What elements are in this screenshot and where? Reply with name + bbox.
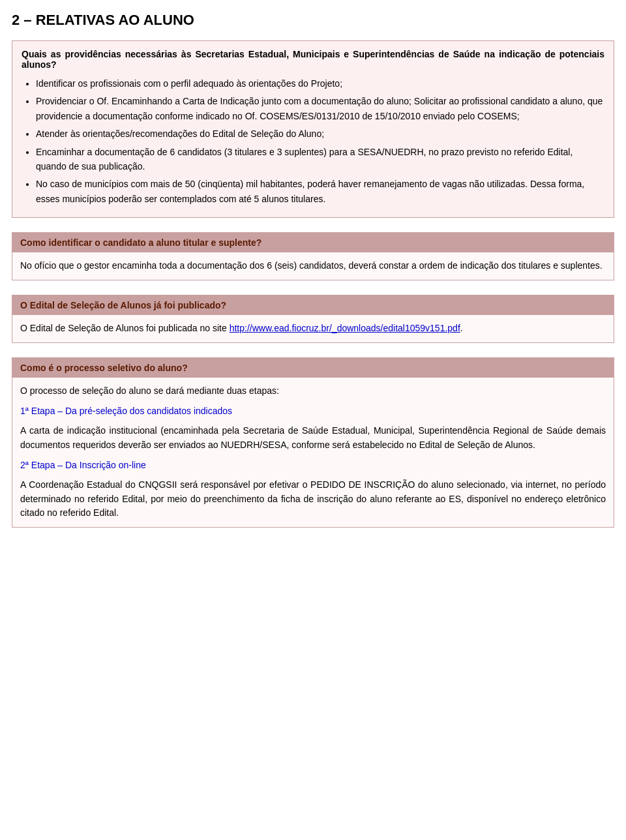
section-3-answer: O processo de seleção do aluno se dará m… xyxy=(12,378,614,528)
list-item: Providenciar o Of. Encaminhando a Carta … xyxy=(36,94,604,123)
section-3-question: Como é o processo seletivo do aluno? xyxy=(12,358,614,378)
section-2-answer: O Edital de Seleção de Alunos foi public… xyxy=(12,315,614,342)
section-1-block: Como identificar o candidato a aluno tit… xyxy=(12,232,614,280)
section-3-stage1-text: A carta de indicação institucional (enca… xyxy=(20,424,606,452)
list-item: Encaminhar a documentação de 6 candidato… xyxy=(36,145,604,174)
list-item: No caso de municípios com mais de 50 (ci… xyxy=(36,177,604,206)
section-1-question: Como identificar o candidato a aluno tit… xyxy=(12,233,614,252)
section-2-answer-suffix: . xyxy=(460,323,463,333)
section-3-stage2-heading: 2ª Etapa – Da Inscrição on-line xyxy=(20,458,606,473)
section-2-link[interactable]: http://www.ead.fiocruz.br/_downloads/edi… xyxy=(230,323,460,333)
section-3-stage1-heading: 1ª Etapa – Da pré-seleção dos candidatos… xyxy=(20,404,606,419)
section-0-list: Identificar os profissionais com o perfi… xyxy=(22,76,604,206)
section-2-answer-part1: O Edital de Seleção de Alunos foi public… xyxy=(20,323,227,333)
section-3-intro: O processo de seleção do aluno se dará m… xyxy=(20,384,606,398)
section-2-answer-text: O Edital de Seleção de Alunos foi public… xyxy=(20,322,606,336)
section-2-question: O Edital de Seleção de Alunos já foi pub… xyxy=(12,295,614,315)
section-1-answer-text: No ofício que o gestor encaminha toda a … xyxy=(20,259,606,273)
page-title: 2 – RELATIVAS AO ALUNO xyxy=(12,12,614,29)
list-item: Atender às orientações/recomendações do … xyxy=(36,127,604,141)
section-2-block: O Edital de Seleção de Alunos já foi pub… xyxy=(12,295,614,343)
section-0-block: Quais as providências necessárias às Sec… xyxy=(12,40,614,218)
section-3-stage2-text: A Coordenação Estadual do CNQGSII será r… xyxy=(20,478,606,520)
section-1-answer: No ofício que o gestor encaminha toda a … xyxy=(12,252,614,280)
section-0-intro: Quais as providências necessárias às Sec… xyxy=(22,49,604,70)
list-item: Identificar os profissionais com o perfi… xyxy=(36,76,604,91)
section-3-block: Como é o processo seletivo do aluno? O p… xyxy=(12,357,614,528)
